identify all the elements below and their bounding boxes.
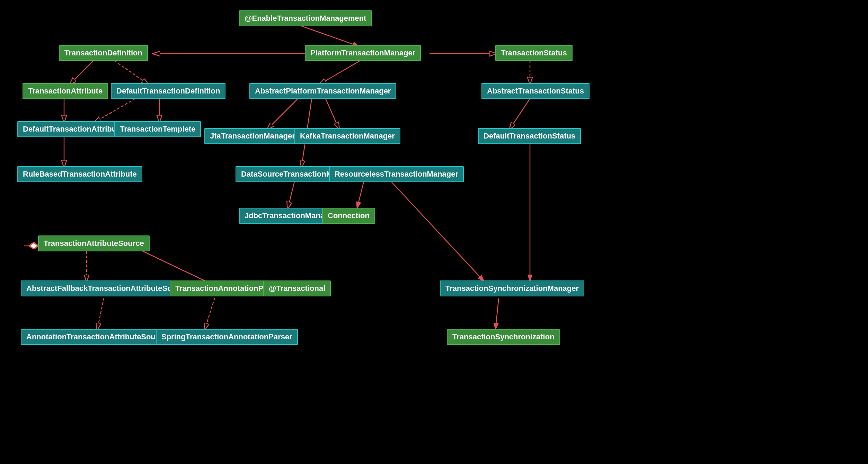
- svg-line-25: [495, 298, 499, 331]
- node-kafkatransactionmanager: KafkaTransactionManager: [294, 128, 400, 144]
- node-connection: Connection: [322, 208, 375, 224]
- arrows-svg: [0, 0, 868, 464]
- node-springtransactionannotationparser: SpringTransactionAnnotationParser: [156, 329, 298, 345]
- node-abstractplatformtransactionmanager: AbstractPlatformTransactionManager: [249, 83, 396, 99]
- node-transactional: @Transactional: [263, 280, 331, 296]
- svg-line-16: [357, 182, 364, 209]
- svg-line-17: [391, 182, 485, 282]
- svg-line-22: [97, 298, 104, 331]
- svg-line-10: [94, 99, 135, 123]
- svg-line-5: [114, 61, 149, 85]
- svg-line-15: [287, 182, 294, 209]
- node-transactionattributesource: TransactionAttributeSource: [38, 235, 150, 251]
- node-rulebasedtransactionattribute: RuleBasedTransactionAttribute: [17, 166, 142, 182]
- node-abstracttransactionstatus: AbstractTransactionStatus: [481, 83, 590, 99]
- svg-line-3: [319, 61, 360, 85]
- diagram: @EnableTransactionManagementPlatformTran…: [0, 0, 868, 464]
- node-defaulttransactionstatus: DefaultTransactionStatus: [478, 128, 581, 144]
- svg-line-7: [509, 99, 530, 130]
- node-defaulttransactionattribute: DefaultTransactionAttribute: [17, 121, 129, 137]
- node-resourcelesstransactionmanager: ResourcelessTransactionManager: [329, 166, 464, 182]
- node-defaulttransactiondefinition: DefaultTransactionDefinition: [111, 83, 225, 99]
- node-annotationtransactionattributesource: AnnotationTransactionAttributeSource: [21, 329, 172, 345]
- node-transactionattribute: TransactionAttribute: [23, 83, 108, 99]
- node-transactionsynchronization: TransactionSynchronization: [447, 329, 560, 345]
- node-transactiontemplete: TransactionTemplete: [114, 121, 201, 137]
- node-abstractfallbacktransactionattributesource: AbstractFallbackTransactionAttributeSour…: [21, 280, 194, 296]
- svg-line-24: [204, 298, 215, 331]
- svg-line-12: [326, 99, 339, 130]
- svg-line-4: [69, 61, 94, 85]
- node-jtatransactionmanager: JtaTransactionManager: [204, 128, 301, 144]
- svg-line-0: [301, 26, 360, 47]
- node-platformtransactionmanager: PlatformTransactionManager: [305, 45, 421, 61]
- svg-line-11: [267, 99, 298, 130]
- node-enabletransactionmanagement: @EnableTransactionManagement: [239, 10, 372, 26]
- node-transactiondefinition: TransactionDefinition: [59, 45, 148, 61]
- node-transactionsynchronizationmanager: TransactionSynchronizationManager: [440, 280, 584, 296]
- node-transactionstatus: TransactionStatus: [495, 45, 573, 61]
